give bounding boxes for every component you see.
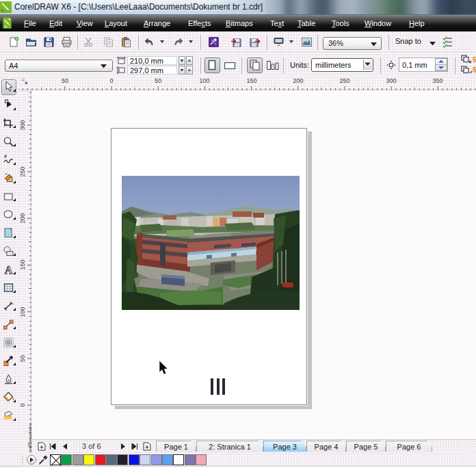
svg-text:A: A [5,264,13,276]
